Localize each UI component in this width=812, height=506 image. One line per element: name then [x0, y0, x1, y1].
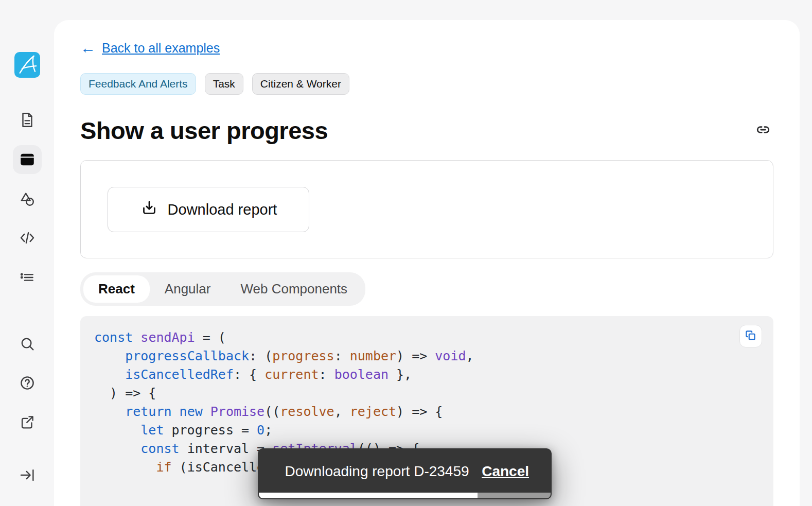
title-row: Show a user progress [80, 116, 773, 145]
collapse-icon [19, 466, 36, 484]
demo-preview: Download report [80, 160, 773, 258]
document-icon [19, 111, 36, 129]
help-icon [19, 374, 36, 392]
tag-row: Feedback And Alerts Task Citizen & Worke… [80, 73, 773, 95]
external-link-icon [19, 413, 36, 431]
sidebar-item-foundations[interactable] [13, 185, 42, 214]
link-icon [754, 121, 772, 141]
toast-message: Downloading report D-23459 [278, 463, 475, 480]
tag-task[interactable]: Task [205, 73, 243, 95]
toast-progress-track [259, 493, 551, 498]
sidebar-item-external[interactable] [13, 408, 42, 437]
sidebar-item-help[interactable] [13, 369, 42, 397]
tab-angular[interactable]: Angular [150, 275, 226, 303]
sidebar-item-examples[interactable] [13, 145, 42, 174]
tab-react[interactable]: React [83, 275, 150, 303]
sidebar-item-collapse[interactable] [13, 461, 42, 490]
brand-logo[interactable] [14, 52, 40, 78]
download-report-button[interactable]: Download report [108, 187, 309, 232]
download-report-label: Download report [168, 201, 277, 218]
tab-web-components[interactable]: Web Components [225, 275, 362, 303]
permalink-button[interactable] [753, 120, 773, 141]
code-line: const sendApi = ( [94, 328, 773, 347]
list-icon [19, 269, 36, 286]
code-line: let progress = 0; [94, 421, 773, 440]
framework-tabs: React Angular Web Components [80, 272, 365, 306]
toast-cancel-link[interactable]: Cancel [482, 463, 529, 480]
back-arrow-icon: ← [80, 40, 96, 56]
back-to-examples-link[interactable]: Back to all examples [102, 41, 220, 56]
code-line: ) => { [94, 384, 773, 403]
tag-feedback-and-alerts[interactable]: Feedback And Alerts [80, 73, 196, 95]
main-panel: ← Back to all examples Feedback And Aler… [54, 20, 800, 506]
copy-code-button[interactable] [739, 325, 762, 347]
toast-progress-fill [259, 493, 478, 498]
search-icon [19, 335, 36, 353]
download-icon [140, 199, 158, 221]
browser-icon [19, 151, 36, 168]
copy-icon [744, 329, 757, 344]
sidebar-item-list[interactable] [13, 263, 42, 292]
code-icon [19, 229, 36, 247]
code-line: isCancelledRef: { current: boolean }, [94, 365, 773, 384]
main-content: ← Back to all examples Feedback And Aler… [80, 40, 773, 506]
sidebar-item-search[interactable] [13, 329, 42, 358]
sidebar [0, 0, 54, 506]
brand-logo-icon [14, 52, 40, 78]
code-line: progressCallback: (progress: number) => … [94, 347, 773, 365]
tag-citizen-worker[interactable]: Citizen & Worker [252, 73, 349, 95]
back-row: ← Back to all examples [80, 40, 773, 56]
download-toast: Downloading report D-23459 Cancel [258, 448, 552, 499]
code-line: return new Promise((resolve, reject) => … [94, 403, 773, 421]
page-title: Show a user progress [80, 116, 328, 145]
shapes-icon [19, 190, 36, 208]
sidebar-item-docs[interactable] [13, 106, 42, 134]
sidebar-item-code[interactable] [13, 223, 42, 252]
